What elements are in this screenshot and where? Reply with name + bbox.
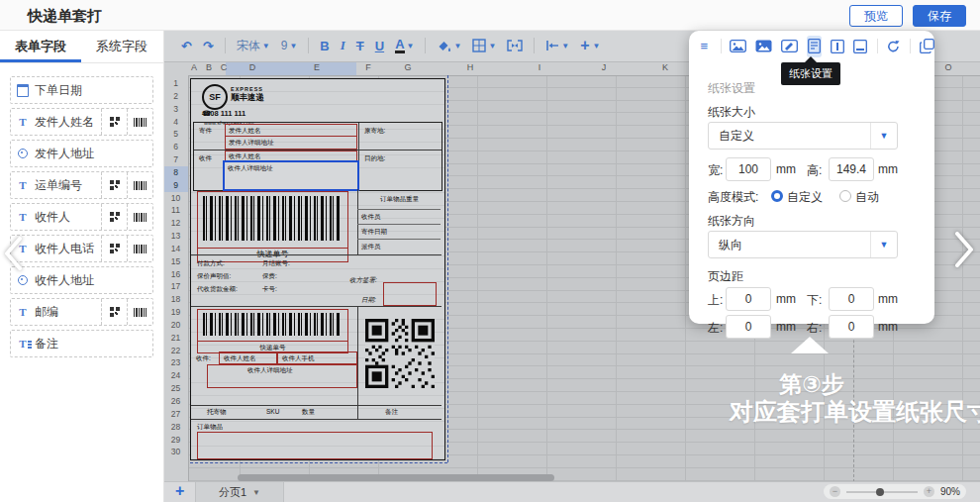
- radio-custom-label[interactable]: 自定义: [787, 189, 823, 206]
- margin-top-input[interactable]: [726, 287, 771, 311]
- margin-left-input[interactable]: [726, 315, 771, 339]
- order-items-cell[interactable]: [197, 432, 433, 459]
- receiver2-name-cell[interactable]: 收件人姓名: [219, 351, 277, 364]
- field-sender-name[interactable]: T 发件人姓名: [10, 108, 153, 136]
- copy-icon[interactable]: [920, 36, 934, 57]
- row-number[interactable]: 8: [163, 166, 188, 179]
- column-letter[interactable]: G: [404, 62, 411, 72]
- fill-color-button[interactable]: ▼: [437, 40, 461, 52]
- row-number[interactable]: 11: [163, 204, 188, 217]
- horizontal-scrollbar[interactable]: [238, 474, 554, 481]
- row-number[interactable]: 21: [163, 332, 188, 345]
- row-number[interactable]: 19: [163, 306, 188, 319]
- tab-form-fields[interactable]: 表单字段: [0, 30, 81, 62]
- indent-icon[interactable]: ≡: [697, 36, 712, 57]
- row-number[interactable]: 3: [163, 103, 188, 116]
- height-input[interactable]: [829, 157, 874, 181]
- edit-image-icon[interactable]: [781, 36, 798, 57]
- barcode-button[interactable]: [127, 236, 152, 261]
- align-button[interactable]: ▼: [545, 40, 569, 51]
- field-order-date[interactable]: 下单日期: [10, 76, 153, 104]
- qr-code-button[interactable]: [101, 109, 127, 135]
- font-family-select[interactable]: 宋体▼: [237, 38, 270, 54]
- row-number[interactable]: 27: [163, 408, 188, 421]
- barcode-button[interactable]: [127, 172, 152, 198]
- row-number[interactable]: 16: [163, 268, 188, 281]
- column-letter[interactable]: A: [191, 62, 197, 72]
- column-letter[interactable]: H: [467, 62, 474, 72]
- margin-bottom-input[interactable]: [829, 287, 874, 311]
- row-number[interactable]: 1: [163, 77, 188, 90]
- column-letter[interactable]: F: [365, 62, 371, 72]
- shipping-label-template[interactable]: SF EXPRESS 顺丰速递 ☎ 4008 111 111 www.sf-ex…: [190, 78, 445, 460]
- date-cell[interactable]: [383, 282, 437, 306]
- tab-system-fields[interactable]: 系统字段: [81, 30, 162, 62]
- row-number[interactable]: 18: [163, 293, 188, 306]
- margin-right-input[interactable]: [829, 315, 874, 339]
- save-button[interactable]: 保存: [913, 5, 966, 27]
- width-input[interactable]: [726, 157, 771, 181]
- row-number[interactable]: 24: [163, 369, 188, 382]
- row-number[interactable]: 9: [163, 179, 188, 192]
- row-number[interactable]: 22: [163, 345, 188, 357]
- zoom-in-button[interactable]: +: [924, 486, 934, 497]
- field-receiver-address[interactable]: 收件人地址: [10, 266, 153, 294]
- merge-cells-button[interactable]: [507, 40, 523, 51]
- row-number[interactable]: 15: [163, 255, 188, 268]
- radio-auto-label[interactable]: 自动: [855, 189, 879, 206]
- zoom-slider-handle[interactable]: [876, 488, 884, 496]
- redo-icon[interactable]: ↷: [203, 39, 214, 53]
- underline-button[interactable]: U: [375, 39, 384, 53]
- undo-icon[interactable]: ↶: [181, 39, 192, 53]
- qr-code-button[interactable]: [101, 172, 127, 198]
- receiver2-phone-cell[interactable]: 收件人手机: [277, 351, 357, 364]
- next-arrow-icon[interactable]: [952, 230, 976, 269]
- row-number[interactable]: 28: [163, 421, 188, 434]
- zoom-out-button[interactable]: −: [830, 486, 840, 497]
- column-letter[interactable]: E: [314, 62, 320, 72]
- paper-settings-icon[interactable]: [807, 36, 822, 57]
- zoom-slider[interactable]: [846, 491, 918, 493]
- row-number[interactable]: 5: [163, 128, 188, 141]
- italic-button[interactable]: I: [341, 38, 345, 53]
- row-number[interactable]: 26: [163, 395, 188, 408]
- page-tab[interactable]: 分页1 ▼: [195, 482, 284, 502]
- insert-button[interactable]: +: [580, 37, 589, 54]
- barcode-1-frame[interactable]: [197, 191, 348, 249]
- field-sender-address[interactable]: 发件人地址: [10, 140, 153, 167]
- column-letter[interactable]: K: [662, 62, 668, 72]
- row-number[interactable]: 6: [163, 141, 188, 153]
- paper-size-select[interactable]: 自定义 ▼: [708, 122, 898, 150]
- column-letter[interactable]: D: [249, 62, 256, 72]
- field-receiver[interactable]: T 收件人: [10, 203, 153, 231]
- field-postcode[interactable]: T 邮编: [10, 298, 153, 326]
- add-page-icon[interactable]: +: [175, 482, 184, 500]
- strikethrough-button[interactable]: T: [356, 39, 364, 53]
- row-number[interactable]: 30: [163, 446, 188, 458]
- column-letter[interactable]: O: [944, 62, 951, 72]
- receiver2-address-cell[interactable]: 收件人详细地址: [207, 364, 357, 388]
- borders-button[interactable]: ▼: [472, 39, 496, 52]
- field-remark[interactable]: T 备注: [10, 330, 153, 357]
- barcode-button[interactable]: [127, 204, 152, 230]
- row-number[interactable]: 20: [163, 319, 188, 332]
- column-letter[interactable]: I: [539, 62, 541, 72]
- qr-code-button[interactable]: [101, 204, 127, 230]
- split-bottom-icon[interactable]: [853, 36, 868, 57]
- refresh-icon[interactable]: [886, 36, 901, 57]
- preview-button[interactable]: 预览: [849, 5, 903, 27]
- field-receiver-phone[interactable]: T 收件人电话: [10, 235, 153, 262]
- font-color-button[interactable]: A▼: [395, 39, 414, 53]
- barcode-button[interactable]: [127, 109, 152, 135]
- prev-arrow-icon[interactable]: [2, 236, 24, 271]
- row-number[interactable]: 23: [163, 356, 188, 369]
- column-letter[interactable]: J: [602, 62, 607, 72]
- sender-address-cell[interactable]: 发件人详细地址: [225, 136, 357, 150]
- row-number[interactable]: 25: [163, 382, 188, 395]
- radio-custom[interactable]: [771, 190, 783, 202]
- row-number[interactable]: 7: [163, 153, 188, 166]
- row-number[interactable]: 29: [163, 434, 188, 447]
- field-waybill-number[interactable]: T 运单编号: [10, 171, 153, 199]
- insert-image-icon[interactable]: [730, 36, 746, 57]
- font-size-select[interactable]: 9▼: [281, 39, 298, 52]
